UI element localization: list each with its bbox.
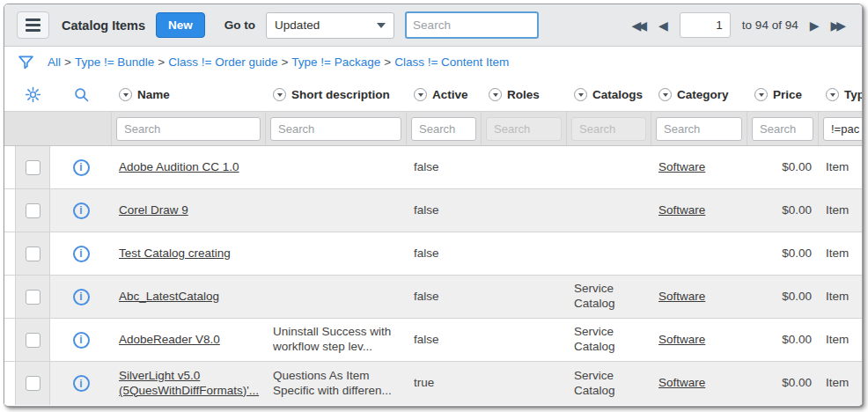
row-checkbox[interactable] <box>26 160 40 175</box>
column-label: Price <box>773 88 802 101</box>
info-icon[interactable]: i <box>73 375 90 392</box>
table-row: i Abc_LatestCatalog false Service Catalo… <box>4 276 862 319</box>
row-select-cell <box>15 146 50 188</box>
filter-pad <box>50 112 112 145</box>
gear-icon[interactable] <box>15 85 50 104</box>
column-menu-icon[interactable] <box>826 88 839 101</box>
page-number-input[interactable] <box>680 12 731 38</box>
info-icon[interactable]: i <box>73 289 90 305</box>
record-link[interactable]: SilverLight v5.0 (5QuesWithDiffFormats)'… <box>119 369 259 399</box>
column-label: Name <box>137 88 170 101</box>
filter-input-price[interactable] <box>752 117 813 141</box>
column-menu-icon[interactable] <box>489 88 502 101</box>
column-header-catalogs[interactable]: Catalogs <box>567 77 651 111</box>
column-header-price[interactable]: Price <box>747 77 819 111</box>
row-select-cell <box>15 362 50 405</box>
column-menu-icon[interactable] <box>754 88 768 101</box>
column-header-category[interactable]: Category <box>651 77 747 111</box>
column-header-active[interactable]: Active <box>407 77 482 111</box>
price-value: $0.00 <box>782 203 812 218</box>
active-value: true <box>414 376 434 391</box>
price-value: $0.00 <box>782 333 812 348</box>
cell-short-description <box>266 189 407 232</box>
row-checkbox[interactable] <box>26 203 40 218</box>
breadcrumb-link-type-bundle[interactable]: Type != Bundle <box>75 55 154 69</box>
cell-type: Item <box>819 189 862 232</box>
filter-input-type[interactable] <box>823 117 863 141</box>
record-link[interactable]: AdobeReader V8.0 <box>119 333 220 348</box>
category-link[interactable]: Software <box>658 160 705 175</box>
column-menu-icon[interactable] <box>658 88 672 101</box>
row-checkbox[interactable] <box>26 333 40 348</box>
column-menu-icon[interactable] <box>273 88 286 101</box>
row-checkbox[interactable] <box>26 290 40 305</box>
filter-funnel-icon[interactable] <box>17 53 35 71</box>
cell-type: Item <box>819 319 862 361</box>
cell-name: Adobe Audition CC 1.0 <box>112 146 266 188</box>
filter-input-active[interactable] <box>411 117 476 141</box>
category-link[interactable]: Software <box>658 376 705 391</box>
column-menu-icon[interactable] <box>414 88 427 101</box>
record-link[interactable]: Adobe Audition CC 1.0 <box>119 160 239 175</box>
active-value: false <box>414 160 439 175</box>
filter-input-name[interactable] <box>116 117 261 141</box>
filter-pad <box>4 112 15 145</box>
column-header-roles[interactable]: Roles <box>482 77 567 111</box>
breadcrumb-link-type-package[interactable]: Type != Package <box>291 55 380 69</box>
column-header-type[interactable]: Type <box>819 77 862 111</box>
breadcrumb-separator: > <box>158 55 165 69</box>
goto-field-select[interactable]: Updated <box>266 12 394 39</box>
search-icon[interactable] <box>50 85 112 104</box>
column-menu-icon[interactable] <box>119 88 132 101</box>
column-menu-icon[interactable] <box>574 88 587 101</box>
cell-catalogs: Service Catalog <box>567 276 651 318</box>
next-page-button[interactable]: ▶ <box>810 19 820 32</box>
category-link[interactable]: Software <box>658 203 705 218</box>
info-icon[interactable]: i <box>73 332 90 349</box>
cell-catalogs: Service Catalog <box>567 319 651 361</box>
breadcrumb-link-all[interactable]: All <box>48 55 61 69</box>
cell-name: Abc_LatestCatalog <box>112 276 266 318</box>
cell-catalogs <box>567 146 651 188</box>
category-link[interactable]: Software <box>658 290 705 305</box>
cell-short-description: Questions As Item Specific with differen… <box>266 362 407 405</box>
row-preview-cell: i <box>50 189 112 232</box>
cell-type: Item <box>819 362 862 405</box>
new-button[interactable]: New <box>156 12 205 38</box>
record-link[interactable]: Test Catalog creating <box>119 246 231 261</box>
category-link[interactable]: Software <box>658 333 705 348</box>
active-value: false <box>414 333 439 348</box>
previous-page-button[interactable]: ◀ <box>658 19 668 32</box>
record-link[interactable]: Abc_LatestCatalog <box>119 290 219 305</box>
last-page-button[interactable]: ▶▶ <box>830 19 846 32</box>
list-window: Catalog Items New Go to Updated ◀◀ ◀ to … <box>4 4 863 407</box>
first-page-button[interactable]: ◀◀ <box>632 19 648 32</box>
row-checkbox[interactable] <box>26 376 40 391</box>
record-link[interactable]: Corel Draw 9 <box>119 203 188 218</box>
filter-cell-active <box>407 112 482 145</box>
short-description-text: Questions As Item Specific with differen… <box>273 369 400 399</box>
cell-price: $0.00 <box>747 362 819 405</box>
row-checkbox[interactable] <box>26 246 40 261</box>
info-icon[interactable]: i <box>73 202 90 219</box>
breadcrumb-link-class-order-guide[interactable]: Class != Order guide <box>168 55 277 69</box>
breadcrumb-link-class-content-item[interactable]: Class != Content Item <box>394 55 509 69</box>
goto-search-input[interactable] <box>405 11 539 39</box>
filter-input-category[interactable] <box>656 117 742 141</box>
column-header-short-description[interactable]: Short description <box>266 77 407 111</box>
info-icon[interactable]: i <box>73 246 90 262</box>
filter-cell-price <box>747 112 819 145</box>
column-header-name[interactable]: Name <box>112 77 266 111</box>
type-value: Item <box>826 290 849 305</box>
type-value: Item <box>826 160 849 175</box>
catalogs-value: Service Catalog <box>574 282 644 312</box>
type-value: Item <box>826 376 849 391</box>
filter-input-short-description[interactable] <box>270 117 401 141</box>
search-toggle-cell <box>50 77 112 111</box>
catalogs-value: Service Catalog <box>574 325 644 355</box>
hamburger-menu-button[interactable] <box>17 11 49 39</box>
table-row: i SilverLight v5.0 (5QuesWithDiffFormats… <box>4 362 862 405</box>
cell-catalogs <box>567 189 651 232</box>
list-body: i Adobe Audition CC 1.0 false Software $… <box>4 146 862 405</box>
info-icon[interactable]: i <box>73 159 90 176</box>
